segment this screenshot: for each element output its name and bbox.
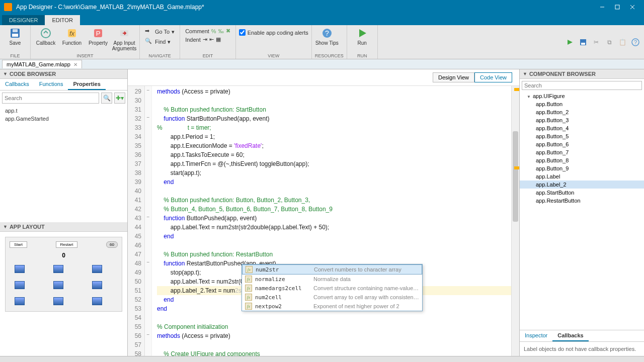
autocomplete-item[interactable]: fxnextpow2Exponent of next higher power … xyxy=(242,302,422,311)
collapse-icon: ▼ xyxy=(3,71,8,76)
inspector-tab[interactable]: Inspector xyxy=(520,330,552,341)
tree-item[interactable]: app.Button xyxy=(520,100,644,108)
cut-icon[interactable]: ✂ xyxy=(591,37,602,48)
function-icon: fx xyxy=(245,294,252,301)
svg-marker-16 xyxy=(568,40,573,45)
function-icon: fx xyxy=(245,303,252,310)
quick-run-icon[interactable] xyxy=(565,37,576,48)
preview-button-cell xyxy=(53,265,63,273)
autocomplete-item[interactable]: fxnamedargs2cellConvert structure contai… xyxy=(242,284,422,293)
svg-text:fx: fx xyxy=(69,30,75,37)
cb-tab-functions[interactable]: Functions xyxy=(34,79,68,90)
tree-item[interactable]: app.Label xyxy=(520,172,644,180)
app-input-button[interactable]: App Input Arguments xyxy=(112,26,136,51)
autocomplete-popup[interactable]: fxnum2strConvert numbers to character ar… xyxy=(242,264,423,311)
preview-button-cell xyxy=(15,281,25,289)
find-button[interactable]: 🔍Find▾ xyxy=(143,37,177,46)
function-icon: fx xyxy=(246,266,253,273)
tree-root[interactable]: ▼app.UIFigure xyxy=(520,92,644,100)
show-tips-button[interactable]: ?Show Tips xyxy=(315,26,339,46)
tree-item[interactable]: app.Button_3 xyxy=(520,116,644,124)
tree-item[interactable]: app.Button_9 xyxy=(520,164,644,172)
callbacks-tab[interactable]: Callbacks xyxy=(552,330,588,341)
svg-marker-15 xyxy=(359,29,366,37)
tree-item[interactable]: app.Button_5 xyxy=(520,132,644,140)
component-browser-header[interactable]: ▼COMPONENT BROWSER xyxy=(520,69,644,79)
quick-save-icon[interactable] xyxy=(578,37,589,48)
run-button[interactable]: Run xyxy=(350,26,374,46)
tree-item[interactable]: app.Label_2 xyxy=(520,180,644,189)
tree-item[interactable]: app.Button_2 xyxy=(520,108,644,116)
svg-text:?: ? xyxy=(634,39,637,45)
code-view-button[interactable]: Code View xyxy=(474,72,512,82)
property-icon: P xyxy=(92,27,104,39)
autocomplete-item[interactable]: fxnum2cellConvert array to cell array wi… xyxy=(242,293,422,302)
close-button[interactable] xyxy=(625,2,640,12)
component-search-input[interactable] xyxy=(522,81,642,90)
cb-search-go[interactable]: 🔍 xyxy=(101,93,112,104)
property-button[interactable]: PProperty xyxy=(86,26,110,46)
cb-item[interactable]: app.t xyxy=(0,107,127,115)
autocomplete-item[interactable]: fxnormalizeNormalize data xyxy=(242,275,422,284)
save-button[interactable]: Save xyxy=(3,26,27,46)
minimize-button[interactable] xyxy=(595,2,610,12)
tree-item[interactable]: app.RestartButton xyxy=(520,197,644,205)
preview-button-cell xyxy=(92,297,102,305)
cb-item[interactable]: app.GameStarted xyxy=(0,115,127,123)
function-icon: fx xyxy=(245,285,252,292)
tree-item[interactable]: app.Button_8 xyxy=(520,156,644,164)
file-tab-row: myMATLAB_Game.mlapp ✕ xyxy=(0,59,644,69)
tree-item[interactable]: app.Button_4 xyxy=(520,124,644,132)
code-editor[interactable]: 2930313233343536373839404142434445464748… xyxy=(128,86,519,356)
cb-tab-properties[interactable]: Properties xyxy=(68,79,105,90)
comment-button[interactable]: Comment % ‰ ✖ xyxy=(183,27,232,35)
fold-gutter[interactable]: −−−−−− xyxy=(145,86,152,356)
app-layout-header[interactable]: ▼APP LAYOUT xyxy=(0,222,127,232)
cb-tab-callbacks[interactable]: Callbacks xyxy=(0,79,34,90)
svg-rect-1 xyxy=(615,5,619,9)
preview-button-cell xyxy=(53,297,63,305)
tree-item[interactable]: app.Button_6 xyxy=(520,140,644,148)
cb-search-input[interactable] xyxy=(2,93,99,104)
preview-button-cell xyxy=(15,265,25,273)
run-icon xyxy=(356,27,368,39)
scroll-marker xyxy=(514,88,519,91)
enable-alerts-checkbox[interactable]: Enable app coding alerts xyxy=(239,26,308,36)
tree-item[interactable]: app.StartButton xyxy=(520,189,644,197)
preview-score: 0 xyxy=(10,252,118,259)
design-view-button[interactable]: Design View xyxy=(433,72,474,82)
tree-item[interactable]: app.Button_7 xyxy=(520,148,644,156)
preview-badge: 60 xyxy=(106,241,118,248)
indent-button[interactable]: Indent ⇥ ⇤ ▦ xyxy=(183,36,232,43)
maximize-button[interactable] xyxy=(610,2,625,12)
help-icon[interactable]: ? xyxy=(630,37,641,48)
paste-icon[interactable]: 📋 xyxy=(617,37,628,48)
app-preview: Start Restart 60 0 xyxy=(5,237,122,312)
callback-message: Label objects do not have callback prope… xyxy=(520,342,644,356)
tips-icon: ? xyxy=(321,27,333,39)
top-tab-strip: DESIGNER EDITOR xyxy=(0,14,644,25)
svg-rect-5 xyxy=(12,34,18,37)
code-browser-header[interactable]: ▼CODE BROWSER xyxy=(0,69,127,79)
callback-button[interactable]: Callback xyxy=(34,26,58,46)
close-icon[interactable]: ✕ xyxy=(73,62,77,67)
scrollbar[interactable] xyxy=(511,86,519,356)
cb-add-button[interactable]: ✚▾ xyxy=(114,93,125,104)
copy-icon[interactable]: ⧉ xyxy=(604,37,615,48)
function-button[interactable]: fxFunction xyxy=(60,26,84,46)
toolstrip: Save FILE Callback fxFunction PProperty … xyxy=(0,25,644,59)
scroll-thumb[interactable] xyxy=(513,131,518,222)
file-tab[interactable]: myMATLAB_Game.mlapp ✕ xyxy=(2,60,82,68)
preview-start-btn: Start xyxy=(10,241,27,248)
function-icon: fx xyxy=(66,27,78,39)
chevron-down-icon: ▾ xyxy=(172,29,175,35)
callback-icon xyxy=(40,27,52,39)
window-title: App Designer - C:\work\Game_MATLAB_2\myM… xyxy=(16,4,595,11)
svg-rect-18 xyxy=(581,43,585,45)
goto-button[interactable]: ➡Go To▾ xyxy=(143,27,177,36)
autocomplete-item[interactable]: fxnum2strConvert numbers to character ar… xyxy=(242,264,422,275)
svg-text:?: ? xyxy=(325,29,329,37)
tab-designer[interactable]: DESIGNER xyxy=(2,15,45,25)
tab-editor[interactable]: EDITOR xyxy=(45,15,79,25)
scroll-marker xyxy=(514,166,519,169)
